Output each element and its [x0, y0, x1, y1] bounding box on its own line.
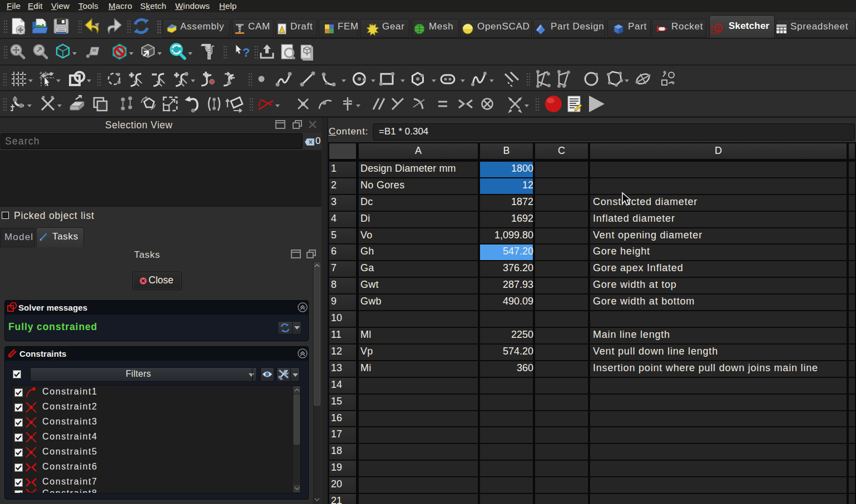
svg-text:?: ? — [243, 46, 250, 59]
